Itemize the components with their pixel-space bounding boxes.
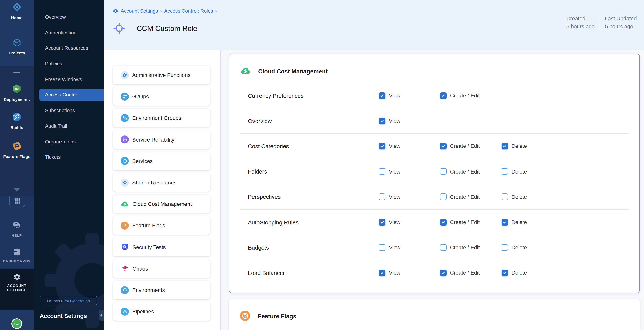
delete-checkbox[interactable] bbox=[502, 143, 508, 149]
harness-app: Home Projects ∞ Deployments Builds bbox=[0, 0, 644, 330]
delete-checkbox[interactable] bbox=[502, 270, 508, 276]
shared-icon bbox=[121, 179, 129, 187]
module-card-security-tests[interactable]: Security Tests bbox=[113, 238, 210, 256]
rail-chevron-down-icon[interactable] bbox=[14, 188, 20, 192]
create_edit-checkbox[interactable] bbox=[440, 244, 446, 251]
module-list-panel: Administrative FunctionsGitOpsEnvironmen… bbox=[104, 50, 221, 330]
view-checkbox[interactable] bbox=[379, 118, 386, 124]
view-checkbox[interactable] bbox=[379, 194, 386, 200]
shield-icon bbox=[120, 243, 129, 251]
breadcrumb-access-control-roles[interactable]: Access Control: Roles bbox=[164, 8, 213, 14]
view-checkbox[interactable] bbox=[379, 168, 386, 175]
rail-item-builds[interactable]: Builds bbox=[0, 112, 34, 130]
module-selector-button[interactable] bbox=[9, 196, 25, 207]
module-card-chaos[interactable]: Chaos bbox=[113, 259, 210, 278]
nav-item-access-control[interactable]: Access Control bbox=[39, 89, 104, 101]
rail-item-feature-flags[interactable]: Feature Flags bbox=[0, 141, 34, 159]
last-updated-block: Last Updated 5 hours ago bbox=[600, 15, 642, 30]
account-settings-gear-icon bbox=[13, 273, 21, 283]
breadcrumb-account-settings[interactable]: Account Settings bbox=[121, 8, 158, 14]
checkbox-label: View bbox=[389, 244, 400, 250]
create_edit-checkbox[interactable] bbox=[440, 270, 446, 276]
module-card-feature-flags[interactable]: Feature Flags bbox=[113, 216, 210, 235]
rail-item-dashboards[interactable]: DASHBOARDS bbox=[0, 248, 34, 263]
nav-collapse-button[interactable] bbox=[98, 310, 104, 321]
rail-item-home[interactable]: Home bbox=[0, 2, 34, 20]
breadcrumb-separator: › bbox=[160, 8, 162, 14]
module-rail: Home Projects ∞ Deployments Builds bbox=[0, 0, 34, 330]
permission-row-currency-preferences: Currency PreferencesViewCreate / Edit bbox=[240, 83, 629, 108]
module-card-service-reliability[interactable]: Service Reliability bbox=[113, 130, 210, 149]
module-card-gitops[interactable]: GitOps bbox=[113, 87, 210, 106]
permission-cell-create_edit: Create / Edit bbox=[440, 143, 480, 149]
module-card-administrative-functions[interactable]: Administrative Functions bbox=[113, 66, 210, 84]
rail-label-dashboards: DASHBOARDS bbox=[3, 259, 30, 263]
checkbox-label: Delete bbox=[512, 168, 527, 175]
create_edit-checkbox[interactable] bbox=[440, 168, 446, 175]
nav-item-organizations[interactable]: Organizations bbox=[34, 136, 104, 147]
delete-checkbox[interactable] bbox=[502, 168, 508, 175]
permission-cell-delete: Delete bbox=[502, 244, 527, 251]
created-block: Created 5 hours ago bbox=[562, 15, 600, 30]
rail-item-projects[interactable]: Projects bbox=[0, 38, 34, 55]
cloud-icon: $ bbox=[120, 200, 129, 208]
nav-bottom: Launch First Generation Account Settings bbox=[34, 296, 104, 330]
module-card-pipelines[interactable]: Pipelines bbox=[113, 302, 210, 321]
nav-item-tickets[interactable]: Tickets bbox=[34, 151, 104, 163]
user-avatar[interactable]: CJ bbox=[12, 318, 22, 329]
nav-item-overview[interactable]: Overview bbox=[34, 11, 104, 23]
feature-flags-panel: Feature Flags bbox=[229, 299, 640, 330]
nav-section-title: Account Settings bbox=[40, 312, 87, 319]
permission-cell-delete: Delete bbox=[502, 219, 527, 225]
ccm-panel-title: Cloud Cost Management bbox=[258, 68, 328, 75]
nav-item-authentication[interactable]: Authentication bbox=[34, 27, 104, 39]
envgroups-icon bbox=[121, 114, 129, 122]
rail-item-help[interactable]: ? HELP bbox=[0, 221, 34, 238]
page-header: Account Settings › Access Control: Roles… bbox=[104, 0, 644, 50]
permission-cell-view: View bbox=[379, 168, 400, 175]
module-card-services[interactable]: Services bbox=[113, 152, 210, 170]
module-card-cloud-cost-management[interactable]: $Cloud Cost Management bbox=[113, 195, 210, 213]
breadcrumb-gear-icon bbox=[113, 8, 118, 14]
delete-checkbox[interactable] bbox=[502, 244, 508, 251]
created-label: Created bbox=[566, 15, 595, 22]
rail-item-deployments[interactable]: ∞ Deployments bbox=[0, 83, 34, 102]
create_edit-checkbox[interactable] bbox=[440, 219, 446, 225]
services-icon bbox=[121, 157, 129, 165]
checkbox-label: View bbox=[389, 92, 400, 98]
nav-item-subscriptions[interactable]: Subscriptions bbox=[34, 104, 104, 116]
create_edit-checkbox[interactable] bbox=[440, 143, 446, 149]
permission-row-label: Folders bbox=[248, 168, 267, 175]
create_edit-checkbox[interactable] bbox=[440, 92, 446, 99]
feature-flags-panel-title: Feature Flags bbox=[258, 313, 296, 320]
module-card-environment-groups[interactable]: Environment Groups bbox=[113, 109, 210, 127]
view-checkbox[interactable] bbox=[379, 244, 386, 251]
module-card-label: Pipelines bbox=[132, 308, 154, 314]
permission-row-perspectives: PerspectivesViewCreate / EditDelete bbox=[240, 184, 629, 209]
gitops-icon bbox=[121, 92, 129, 100]
ccm-permissions-panel: $ Cloud Cost Management Currency Prefere… bbox=[229, 54, 640, 293]
view-checkbox[interactable] bbox=[379, 143, 386, 149]
nav-item-freeze-windows[interactable]: Freeze Windows bbox=[34, 73, 104, 85]
create_edit-checkbox[interactable] bbox=[440, 194, 446, 200]
rail-label-home: Home bbox=[11, 15, 22, 20]
permission-row-label: Budgets bbox=[248, 244, 269, 251]
permission-cell-delete: Delete bbox=[502, 270, 527, 276]
launch-first-generation-button[interactable]: Launch First Generation bbox=[40, 296, 97, 305]
module-card-label: Cloud Cost Management bbox=[132, 201, 192, 207]
delete-checkbox[interactable] bbox=[502, 219, 508, 225]
nav-item-account-resources[interactable]: Account Resources bbox=[34, 42, 104, 54]
home-icon bbox=[12, 2, 22, 14]
nav-item-policies[interactable]: Policies bbox=[34, 58, 104, 70]
rail-item-account-settings[interactable]: ACCOUNT SETTINGS bbox=[0, 273, 34, 292]
module-card-shared-resources[interactable]: Shared Resources bbox=[113, 173, 210, 192]
module-card-environments[interactable]: Environments bbox=[113, 281, 210, 299]
permission-cell-create_edit: Create / Edit bbox=[440, 194, 480, 200]
view-checkbox[interactable] bbox=[379, 219, 386, 225]
nav-item-audit-trail[interactable]: Audit Trail bbox=[34, 120, 104, 132]
delete-checkbox[interactable] bbox=[502, 194, 508, 200]
view-checkbox[interactable] bbox=[379, 270, 386, 276]
view-checkbox[interactable] bbox=[379, 92, 386, 99]
permission-cell-view: View bbox=[379, 118, 400, 124]
last-updated-value: 5 hours ago bbox=[605, 23, 637, 30]
